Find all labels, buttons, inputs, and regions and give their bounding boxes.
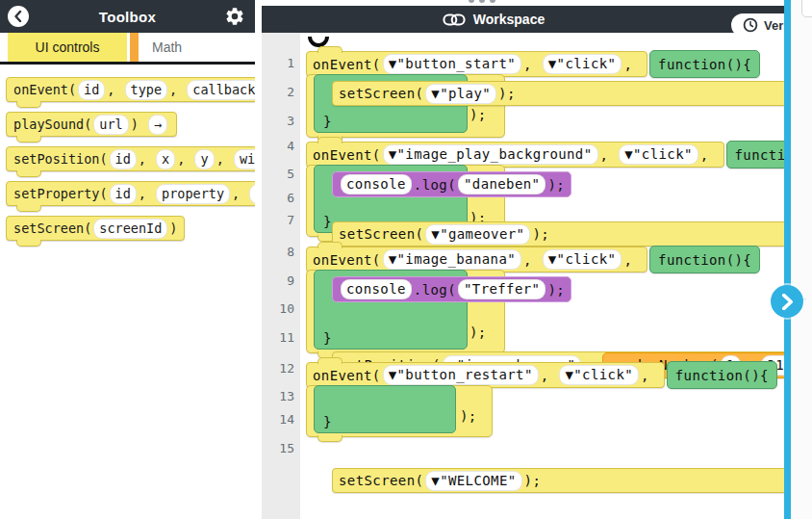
closing-brace: } — [323, 114, 332, 129]
block-console-log-daneben[interactable]: console.log("daneben"); — [332, 171, 571, 197]
block-connector — [317, 357, 343, 364]
collapsed-panel-strip: r — [791, 0, 812, 519]
function-block[interactable]: function(){ — [649, 246, 760, 273]
collapsed-panel-corner — [801, 0, 812, 17]
toolbox-block-onevent[interactable]: onEvent(id, type, callback) — [6, 77, 255, 102]
code-text: ) — [169, 221, 177, 236]
code-text: .log( — [414, 282, 456, 298]
screen-dropdown-chip[interactable]: ▼"play" — [425, 84, 496, 104]
onevent-call[interactable]: onEvent(▼"button_start", ▼"click", — [306, 51, 647, 77]
event-dropdown-chip[interactable]: ▼"click" — [559, 365, 639, 385]
tab-math[interactable]: Math — [139, 33, 195, 62]
function-block[interactable]: function(){ — [649, 50, 760, 78]
param-chip: value — [249, 184, 255, 204]
block-connector — [16, 240, 41, 247]
param-chip: width — [234, 149, 255, 169]
id-dropdown-chip[interactable]: ▼"image_play_background" — [383, 144, 598, 165]
string-chip[interactable]: "Treffer" — [458, 279, 546, 299]
onevent-call[interactable]: onEvent(▼"button_restart", ▼"click", — [306, 362, 665, 388]
code-text: , — [169, 82, 185, 97]
block-connector — [16, 136, 41, 143]
param-chip: id — [78, 80, 105, 100]
id-dropdown-chip[interactable]: ▼"button_start" — [383, 54, 521, 74]
code-text: setScreen( — [339, 473, 423, 488]
block-body[interactable]: playSound(url) → — [6, 112, 177, 137]
param-chip: callback — [187, 80, 255, 100]
block-setscreen-welcome[interactable]: setScreen(▼"WELCOME"); — [332, 468, 812, 493]
code-text: , — [700, 147, 718, 163]
id-dropdown-chip[interactable]: ▼"image_banana" — [383, 249, 521, 270]
code-text: function(){ — [658, 252, 751, 268]
tab-ui-controls[interactable]: UI controls — [8, 33, 127, 62]
block-body[interactable]: setProperty(id, property, value — [6, 181, 255, 206]
function-body[interactable]: } — [314, 385, 456, 433]
math-category-color-chip — [130, 33, 139, 62]
code-text: , — [232, 186, 247, 201]
code-text: , — [623, 252, 641, 268]
code-text: setScreen( — [339, 226, 423, 242]
block-body[interactable]: setPosition(id, x, y, width, — [6, 146, 255, 171]
toolbox-block-setscreen[interactable]: setScreen(screenId) — [6, 216, 185, 241]
code-text: ); — [532, 226, 549, 242]
code-text: ); — [547, 282, 565, 298]
code-text: ); — [524, 473, 542, 488]
onevent-call[interactable]: onEvent(▼"image_banana", ▼"click", — [306, 247, 647, 272]
block-body[interactable]: onEvent(id, type, callback) — [6, 77, 255, 102]
tab-label: UI controls — [36, 39, 100, 55]
code-text: , — [623, 57, 641, 72]
toolbox-title: Toolbox — [99, 9, 156, 25]
block-connector — [317, 137, 343, 143]
code-text: setPosition( — [13, 151, 108, 167]
code-text: setScreen( — [339, 86, 423, 101]
onevent-call[interactable]: onEvent(▼"image_play_background", ▼"clic… — [306, 142, 724, 168]
toolbox-block-setproperty[interactable]: setProperty(id, property, value — [6, 181, 255, 206]
event-dropdown-chip[interactable]: ▼"click" — [543, 249, 622, 270]
string-chip[interactable]: "daneben" — [458, 174, 546, 195]
chevron-left-icon — [13, 11, 23, 22]
block-connector — [16, 205, 41, 212]
closing-brace: } — [323, 214, 332, 229]
block-setscreen-play[interactable]: setScreen(▼"play"); — [332, 81, 812, 106]
console-chip[interactable]: console — [341, 279, 412, 299]
param-chip: property — [156, 184, 230, 204]
code-text: onEvent( — [313, 252, 381, 268]
gear-icon[interactable] — [223, 5, 246, 28]
function-block[interactable]: function(){ — [667, 361, 777, 389]
toolbox-panel: Toolbox UI controls Math onEvent(id, typ… — [0, 0, 255, 519]
callback-arrow-chip: → — [148, 115, 167, 135]
toolbox-block-setposition[interactable]: setPosition(id, x, y, width, — [6, 146, 255, 171]
param-chip: screenId — [93, 219, 167, 239]
param-chip: y — [194, 149, 214, 169]
code-text: , — [107, 82, 122, 97]
closing-paren: ); — [469, 324, 487, 340]
code-text: onEvent( — [313, 57, 381, 72]
id-dropdown-chip[interactable]: ▼"button_restart" — [383, 365, 539, 385]
block-console-log-treffer[interactable]: console.log("Treffer"); — [332, 276, 571, 302]
block-body[interactable]: setScreen(screenId) — [6, 216, 185, 241]
tab-label: Math — [152, 39, 182, 55]
event-dropdown-chip[interactable]: ▼"click" — [619, 144, 698, 165]
toolbox-block-playsound[interactable]: playSound(url) → — [6, 112, 177, 137]
code-text: , — [139, 151, 154, 167]
code-text: function(){ — [675, 368, 769, 383]
toolbox-block-list: onEvent(id, type, callback) playSound(ur… — [6, 77, 255, 250]
console-chip[interactable]: console — [341, 174, 412, 195]
chevron-right-icon — [781, 294, 794, 310]
code-text: ); — [547, 177, 565, 193]
toolbox-header: Toolbox — [0, 0, 255, 33]
block-setscreen-gameover[interactable]: setScreen(▼"gameover"); — [332, 221, 812, 247]
expand-panel-button[interactable] — [771, 285, 803, 318]
panel-divider[interactable] — [784, 0, 791, 519]
block-connector — [317, 46, 343, 53]
param-chip: type — [125, 80, 168, 100]
code-text: , — [523, 252, 541, 268]
closing-brace: } — [323, 330, 332, 346]
block-connector — [317, 242, 343, 248]
screen-dropdown-chip[interactable]: ▼"gameover" — [425, 224, 530, 245]
toolbox-tabs: UI controls Math — [0, 33, 255, 65]
back-button[interactable] — [8, 6, 29, 27]
screen-dropdown-chip[interactable]: ▼"WELCOME" — [425, 471, 521, 491]
code-text: ) — [131, 117, 146, 132]
event-dropdown-chip[interactable]: ▼"click" — [543, 54, 622, 74]
block-connector — [317, 435, 343, 442]
